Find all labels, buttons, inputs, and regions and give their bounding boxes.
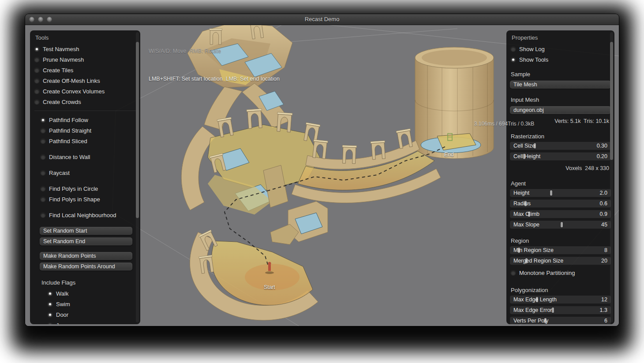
properties-toggle-list: Show LogShow Tools [506,44,614,65]
tool-mode-list: Test NavmeshPrune NavmeshCreate TilesCre… [30,44,140,107]
slider-label: Max Slope [513,222,539,228]
radio-unchecked-icon [41,155,45,159]
tool-mode-create-crowds[interactable]: Create Crowds [30,96,140,107]
radio-unchecked-icon [34,89,39,94]
label: Door [56,311,68,318]
slider-height[interactable]: Height2.0 [510,189,611,197]
slider-cell-height[interactable]: Cell Height0.20 [510,152,611,160]
slider-max-edge-length[interactable]: Max Edge Length12 [510,296,611,304]
toggle-show-log[interactable]: Show Log [506,44,614,54]
slider-max-slope[interactable]: Max Slope45 [510,221,611,229]
label: Find Polys in Shape [49,196,100,203]
button-set-random-end[interactable]: Set Random End [40,237,132,245]
slider-value: 45 [601,222,607,228]
radio-unchecked-icon [511,47,516,52]
slider-verts-per-poly[interactable]: Verts Per Poly6 [510,317,611,324]
tool-option-list: Pathfind FollowPathfind StraightPathfind… [30,115,140,220]
radio-unchecked-icon [34,100,39,104]
section-agent: AgentHeight2.0Radius0.6Max Climb0.9Max S… [506,174,614,229]
flag-swim[interactable]: Swim [30,299,140,309]
slider-cell-size[interactable]: Cell Size0.30 [510,142,611,150]
random-start-end-buttons: Set Random StartSet Random End [30,227,140,245]
tool-option-pathfind-follow[interactable]: Pathfind Follow [30,115,140,125]
slider-value: 0.9 [600,211,607,217]
tool-mode-prune-navmesh[interactable]: Prune Navmesh [30,54,140,65]
start-label: Start [264,284,275,290]
sample-select[interactable]: Tile Mesh [510,81,611,89]
radio-unchecked-icon [34,57,39,62]
tool-mode-create-off-mesh-links[interactable]: Create Off-Mesh Links [30,75,140,86]
app-window: Recast Demo [25,14,619,326]
button-set-random-start[interactable]: Set Random Start [40,227,132,235]
radio-unchecked-icon [34,78,39,83]
slider-handle[interactable] [561,222,563,227]
tools-scrollbar-thumb[interactable] [136,42,139,218]
section-title: Region [506,231,614,246]
screenshot-stage: Recast Demo [0,0,644,363]
tool-mode-create-tiles[interactable]: Create Tiles [30,65,140,75]
tool-option-pathfind-straight[interactable]: Pathfind Straight [30,125,140,136]
slider-label: Max Edge Error [513,307,552,313]
tool-option-find-polys-in-circle[interactable]: Find Polys in Circle [30,183,140,194]
slider-label: Cell Size [513,143,535,149]
titlebar[interactable]: Recast Demo [25,14,619,25]
tools-panel-title: Tools [30,30,140,44]
label: Show Tools [519,56,548,63]
tool-option-find-polys-in-shape[interactable]: Find Polys in Shape [30,194,140,204]
tool-option-raycast[interactable]: Raycast [30,167,140,178]
tool-option-distance-to-wall[interactable]: Distance to Wall [30,152,140,162]
label: Pathfind Follow [49,117,88,123]
section-title: Polygonization [506,281,614,296]
tool-option-pathfind-sliced[interactable]: Pathfind Sliced [30,136,140,146]
radio-checked-icon [34,47,39,52]
random-points-buttons: Make Random PointsMake Random Points Aro… [30,252,140,270]
label: Find Local Neighbourhood [49,212,116,219]
input-mesh-select[interactable]: dungeon.obj [510,106,611,114]
tool-mode-create-convex-volumes[interactable]: Create Convex Volumes [30,86,140,96]
label: Show Log [519,46,545,52]
flag-door[interactable]: Door [30,309,140,320]
tool-option-find-local-neighbourhood[interactable]: Find Local Neighbourhood [30,210,140,220]
radio-unchecked-icon [41,197,45,202]
properties-panel: Properties Show LogShow Tools Sample Til… [506,30,614,324]
slider-radius[interactable]: Radius0.6 [510,200,611,207]
viewport-content: W/S/A/D: Move RMB: Rotate LMB+SHIFT: Set… [25,25,619,326]
slider-value: 2.0 [600,190,607,196]
tools-scrollbar[interactable] [136,32,139,322]
include-flags-list: WalkSwimDoorJump [30,288,140,324]
include-flags-title: Include Flags [30,273,140,288]
label: Distance to Wall [49,154,90,160]
radio-unchecked-icon [41,128,45,133]
properties-scrollbar-thumb[interactable] [610,42,613,160]
button-make-random-points-around[interactable]: Make Random Points Around [40,263,132,270]
slider-value: 8 [604,247,607,253]
section-note: Voxels 248 x 330 [506,163,614,171]
flag-jump[interactable]: Jump [30,320,140,324]
properties-scrollbar[interactable] [610,32,613,322]
slider-min-region-size[interactable]: Min Region Size8 [510,246,611,254]
radio-unchecked-icon [511,270,516,275]
radio-checked-icon [48,302,52,307]
slider-handle[interactable] [552,307,554,313]
radio-checked-icon [48,323,52,325]
section-rasterization: RasterizationCell Size0.30Cell Height0.2… [506,127,614,171]
input-mesh-label: Input Mesh [506,90,614,105]
tool-mode-test-navmesh[interactable]: Test Navmesh [30,44,140,54]
flag-walk[interactable]: Walk [30,288,140,299]
toggle-monotone-partitioning[interactable]: Monotone Partitioning [506,267,614,278]
slider-merged-region-size[interactable]: Merged Region Size20 [510,257,611,265]
label: Test Navmesh [43,46,79,52]
section-title: Agent [506,174,614,189]
slider-value: 12 [601,296,607,303]
slider-max-climb[interactable]: Max Climb0.9 [510,210,611,218]
slider-label: Height [513,190,529,196]
build-stats: 3.106ms / 694Tris / 0.3kB [474,121,534,127]
slider-value: 20 [601,258,607,264]
label: Create Convex Volumes [43,88,105,95]
button-make-random-points[interactable]: Make Random Points [40,252,132,260]
slider-handle[interactable] [550,190,552,196]
toggle-show-tools[interactable]: Show Tools [506,54,614,65]
help-line-2: LMB+SHIFT: Set start location LMB: Set e… [149,74,280,84]
slider-max-edge-error[interactable]: Max Edge Error1.3 [510,306,611,314]
end-label: End [444,152,453,158]
